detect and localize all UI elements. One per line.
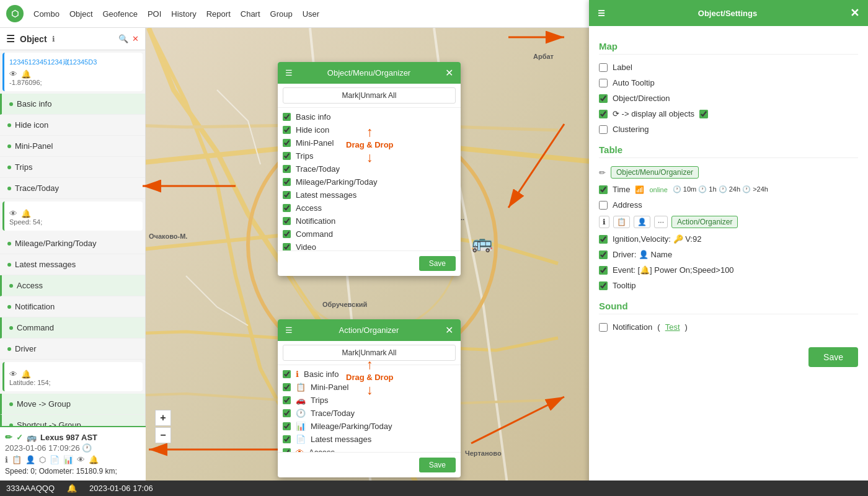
time-checkbox[interactable] (599, 185, 608, 194)
popup-item[interactable]: 📊 Mileage/Parking/Today (283, 420, 456, 433)
eye-icon-3[interactable]: 👁 (9, 370, 17, 379)
nav-geofence[interactable]: Geofence (103, 9, 138, 19)
popup-checkbox[interactable] (283, 422, 291, 430)
popup-checkbox[interactable] (283, 230, 291, 238)
info-action-icon[interactable]: ℹ (5, 455, 8, 464)
popup-checkbox[interactable] (283, 243, 291, 250)
object-direction-checkbox[interactable] (599, 94, 608, 103)
more-action-btn[interactable]: ··· (654, 216, 668, 228)
menu-item-mini-panel[interactable]: Mini-Panel (0, 136, 145, 157)
nav-poi[interactable]: POI (148, 9, 161, 19)
popup-checkbox[interactable] (283, 396, 291, 404)
settings-close-button[interactable]: ✕ (850, 6, 859, 20)
popup-checkbox[interactable] (283, 152, 291, 160)
popup-checkbox[interactable] (283, 448, 291, 452)
event-checkbox[interactable] (599, 266, 608, 275)
popup-item[interactable]: Mileage/Parking/Today (283, 175, 456, 188)
popup-item[interactable]: Trips (283, 149, 456, 162)
display-all-checkbox-2[interactable] (699, 110, 708, 118)
popup-checkbox[interactable] (283, 191, 291, 199)
label-checkbox[interactable] (599, 63, 608, 72)
settings-save-button[interactable]: Save (808, 347, 858, 367)
popup-close-2[interactable]: ✕ (445, 324, 453, 336)
zoom-out-button[interactable]: − (155, 427, 171, 443)
user-icon[interactable]: 👤 (25, 455, 35, 464)
popup-checkbox[interactable] (283, 435, 291, 443)
file-icon[interactable]: 📄 (50, 455, 60, 464)
popup-item[interactable]: 📄 Latest messages (283, 433, 456, 446)
popup-checkbox[interactable] (283, 178, 291, 186)
popup-save-button-1[interactable]: Save (419, 256, 456, 271)
search-icon[interactable]: 🔍 (118, 34, 128, 43)
menu-item-driver[interactable]: Driver (0, 339, 145, 360)
popup-checkbox[interactable] (283, 383, 291, 391)
popup-item[interactable]: Access (283, 202, 456, 215)
nav-user[interactable]: User (303, 9, 319, 19)
zoom-in-button[interactable]: + (155, 410, 171, 426)
popup-item[interactable]: Hide icon (283, 123, 456, 136)
menu-item-latest[interactable]: Latest messages (0, 254, 145, 275)
nav-chart[interactable]: Chart (241, 9, 260, 19)
menu-item-basic-info[interactable]: Basic info (0, 94, 145, 115)
popup-item[interactable]: Command (283, 228, 456, 241)
popup-checkbox[interactable] (283, 165, 291, 173)
popup-checkbox[interactable] (283, 126, 291, 134)
menu-item-mileage[interactable]: Mileage/Parking/Today (0, 233, 145, 254)
bell-icon-3[interactable]: 🔔 (21, 370, 31, 379)
app-logo[interactable]: ⬡ (6, 5, 24, 22)
popup-checkbox[interactable] (283, 409, 291, 417)
popup-item[interactable]: 👁 Access (283, 446, 456, 452)
doc-icon[interactable]: 📋 (12, 455, 22, 464)
menu-item-move-group[interactable]: Move -> Group (0, 394, 145, 415)
hamburger-button[interactable]: ☰ (6, 33, 15, 45)
menu-item-trace-today[interactable]: Trace/Today (0, 178, 145, 199)
popup-checkbox[interactable] (283, 113, 291, 121)
menu-item-access[interactable]: Access (0, 275, 145, 296)
bell-vehicle-icon[interactable]: 🔔 (89, 455, 99, 464)
eye-icon[interactable]: 👁 (9, 69, 17, 79)
popup-item[interactable]: Video (283, 241, 456, 250)
popup-item[interactable]: Mini-Panel (283, 136, 456, 149)
popup-item[interactable]: 📋 Mini-Panel (283, 381, 456, 394)
nav-history[interactable]: History (171, 9, 196, 19)
popup-save-button-2[interactable]: Save (419, 458, 456, 472)
menu-item-notification[interactable]: Notification (0, 296, 145, 317)
popup-item[interactable]: 🚗 Trips (283, 394, 456, 407)
notification-checkbox[interactable] (599, 323, 608, 332)
popup-item[interactable]: ℹ Basic info (283, 368, 456, 381)
chart-icon[interactable]: 📊 (63, 455, 73, 464)
eye-icon-2[interactable]: 👁 (9, 209, 17, 218)
driver-checkbox[interactable] (599, 250, 608, 259)
action-organizer-tag[interactable]: Action/Organizer (671, 216, 738, 228)
menu-item-trips[interactable]: Trips (0, 157, 145, 178)
info-action-btn[interactable]: ℹ (599, 216, 609, 228)
bell-icon[interactable]: 🔔 (21, 69, 31, 79)
eye-vehicle-icon[interactable]: 👁 (77, 455, 85, 464)
tooltip-checkbox[interactable] (599, 281, 608, 290)
popup-checkbox[interactable] (283, 139, 291, 147)
address-checkbox[interactable] (599, 201, 608, 210)
doc-action-btn[interactable]: 📋 (613, 216, 630, 228)
organizer-tag[interactable]: Object/Menu/Organizer (611, 166, 699, 179)
nav-group[interactable]: Group (270, 9, 293, 19)
popup-close-1[interactable]: ✕ (445, 67, 453, 79)
popup-item[interactable]: Basic info (283, 110, 456, 123)
mark-unmark-button-1[interactable]: Mark|Unmark All (283, 87, 456, 104)
bell-icon-2[interactable]: 🔔 (21, 209, 31, 218)
popup-item[interactable]: Notification (283, 215, 456, 228)
notification-test-link[interactable]: Test (665, 322, 680, 332)
mark-unmark-button-2[interactable]: Mark|Unmark All (283, 345, 456, 361)
nav-object[interactable]: Object (69, 9, 93, 19)
close-icon[interactable]: ✕ (132, 34, 139, 43)
user-action-btn[interactable]: 👤 (634, 216, 650, 228)
display-all-checkbox[interactable] (599, 110, 608, 118)
popup-checkbox[interactable] (283, 204, 291, 212)
popup-checkbox[interactable] (283, 217, 291, 225)
ignition-checkbox[interactable] (599, 235, 608, 244)
popup-item[interactable]: 🕐 Trace/Today (283, 407, 456, 420)
popup-item[interactable]: Trace/Today (283, 162, 456, 175)
edit-vehicle-icon[interactable]: ✏ (5, 432, 12, 442)
nav-report[interactable]: Report (206, 9, 231, 19)
popup-checkbox[interactable] (283, 370, 291, 378)
nav-combo[interactable]: Combo (33, 9, 60, 19)
